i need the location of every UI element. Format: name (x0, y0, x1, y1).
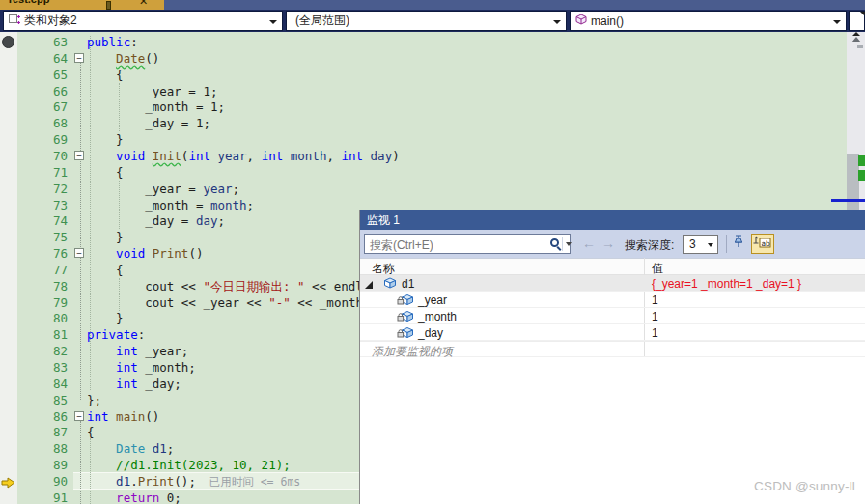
watch-value[interactable]: 1 (652, 310, 658, 323)
line-number: 68 (17, 115, 68, 131)
code-text: //d1.Init(2023, 10, 21); (87, 457, 291, 473)
watch-window: 监视 1 搜索(Ctrl+E) ← → 搜索深度: 3 ab (359, 210, 865, 504)
code-line-72[interactable]: 72 _year = year; (0, 181, 865, 197)
code-line-71[interactable]: 71 { (0, 164, 865, 181)
line-number: 76 (17, 245, 68, 262)
saved-change-mark (858, 170, 865, 181)
member-label: main() (591, 14, 624, 28)
line-number: 82 (17, 343, 68, 359)
toolbar-separator (726, 235, 727, 253)
line-number: 70 (17, 148, 68, 164)
bookmark-dot-icon[interactable] (2, 36, 14, 48)
pin-values-button[interactable]: ab (751, 234, 774, 254)
code-text: Date d1; (87, 440, 174, 457)
line-number: 64 (17, 50, 68, 67)
watch-row-year[interactable]: _year 1 (360, 292, 865, 308)
search-icon (550, 238, 559, 247)
fold-toggle[interactable]: − (74, 248, 84, 258)
collapse-arrow-icon[interactable] (365, 281, 373, 289)
pin-icon[interactable] (106, 1, 111, 10)
code-text: d1.Print(); 已用时间 <= 6ms (87, 473, 300, 490)
code-text: Date() (87, 50, 159, 67)
chevron-down-icon (708, 243, 713, 247)
watch-value[interactable]: {_year=1 _month=1 _day=1 } (652, 277, 801, 291)
member-dropdown[interactable]: main() (570, 11, 847, 31)
line-number: 66 (17, 83, 68, 99)
line-number: 79 (17, 294, 68, 311)
scroll-up-icon[interactable] (851, 37, 861, 42)
split-icon (852, 15, 862, 33)
search-depth-value: 3 (689, 238, 696, 251)
chevron-down-icon[interactable] (566, 242, 572, 246)
tab-test-cpp[interactable]: Test.cpp ✕ (0, 0, 164, 10)
code-text: void Print() (87, 245, 203, 262)
fold-toggle[interactable]: − (74, 151, 84, 160)
watch-value[interactable]: 1 (652, 326, 658, 340)
pin-icon (732, 234, 745, 248)
line-number: 89 (17, 457, 68, 473)
watch-row-d1[interactable]: d1 {_year=1 _month=1 _day=1 } (360, 275, 865, 292)
chevron-down-icon (833, 20, 841, 24)
watch-name[interactable]: _year (418, 294, 447, 307)
code-text: int _day; (87, 376, 181, 392)
line-number: 73 (17, 197, 68, 213)
document-tab-bar: Test.cpp ✕ (0, 0, 865, 10)
fold-toggle[interactable]: − (74, 411, 84, 421)
csdn-watermark: CSDN @sunny-ll (754, 479, 855, 493)
search-back-button[interactable]: ← (582, 236, 596, 251)
code-text: { (87, 164, 124, 181)
class-icon (9, 14, 20, 28)
code-text: _day = 1; (87, 115, 210, 131)
line-number: 85 (17, 392, 68, 408)
pin-to-source-button[interactable] (732, 234, 749, 254)
line-number: 88 (17, 440, 68, 457)
tab-title: Test.cpp (7, 0, 49, 5)
line-number: 74 (17, 212, 68, 229)
line-number: 90 (17, 473, 68, 490)
code-text: } (87, 229, 124, 245)
code-line-64[interactable]: 64− Date() (0, 50, 865, 67)
object-icon (383, 277, 397, 292)
code-text: private: (87, 326, 145, 343)
code-line-66[interactable]: 66 _year = 1; (0, 83, 865, 99)
watch-search-input[interactable]: 搜索(Ctrl+E) (364, 234, 571, 254)
search-depth-label: 搜索深度: (625, 238, 674, 254)
watch-row-day[interactable]: _day 1 (360, 324, 865, 341)
watch-toolbar: 搜索(Ctrl+E) ← → 搜索深度: 3 ab (360, 230, 865, 258)
split-window-button[interactable] (849, 11, 865, 31)
watch-value[interactable]: 1 (652, 294, 658, 307)
search-forward-button[interactable]: → (601, 236, 615, 251)
project-scope-label: 类和对象2 (24, 13, 77, 29)
saved-change-mark (858, 155, 865, 166)
line-number: 77 (17, 262, 68, 278)
private-member-icon (397, 294, 414, 309)
type-scope-label: (全局范围) (295, 13, 349, 29)
watch-title-bar[interactable]: 监视 1 (360, 210, 865, 230)
project-scope-dropdown[interactable]: 类和对象2 (3, 11, 283, 31)
editor-scrollbar[interactable] (847, 32, 865, 210)
line-number: 67 (17, 98, 68, 115)
code-text: { (87, 262, 124, 278)
code-line-69[interactable]: 69 } (0, 131, 865, 148)
fold-toggle[interactable]: − (74, 53, 84, 63)
watch-row-month[interactable]: _month 1 (360, 308, 865, 324)
chevron-down-icon (269, 20, 277, 24)
code-line-70[interactable]: 70− void Init(int year, int month, int d… (0, 148, 865, 164)
watch-name[interactable]: d1 (402, 277, 414, 291)
line-number: 81 (17, 326, 68, 343)
code-line-68[interactable]: 68 _day = 1; (0, 115, 865, 131)
code-line-63[interactable]: 63public: (0, 34, 865, 50)
watch-add-row[interactable]: 添加要监视的项 (360, 341, 865, 357)
type-scope-dropdown[interactable]: (全局范围) (286, 11, 567, 31)
code-line-67[interactable]: 67 _month = 1; (0, 98, 865, 115)
close-icon[interactable]: ✕ (139, 0, 148, 8)
scrollbar-position-line (831, 199, 865, 202)
line-number: 84 (17, 376, 68, 392)
search-depth-dropdown[interactable]: 3 (683, 235, 718, 254)
line-number: 91 (17, 490, 68, 504)
code-line-65[interactable]: 65 { (0, 67, 865, 83)
current-statement-arrow-icon[interactable] (1, 475, 15, 492)
watch-name[interactable]: _day (418, 326, 443, 340)
code-text: int main() (87, 408, 159, 425)
watch-name[interactable]: _month (418, 310, 457, 323)
